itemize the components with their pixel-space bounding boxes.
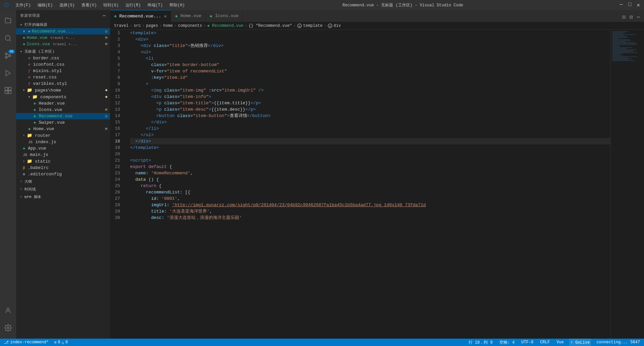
menu-view[interactable]: 查看(V)	[80, 2, 98, 9]
status-encoding[interactable]: UTF-8	[520, 339, 535, 346]
status-live-server[interactable]: ⚡ GoLive	[569, 339, 591, 346]
folder-components[interactable]: ▾ 📁 components	[16, 94, 110, 100]
outline-header[interactable]: › 大纲	[16, 178, 110, 185]
activity-source-control[interactable]: 45	[0, 48, 16, 64]
status-spaces[interactable]: 空格: 4	[498, 339, 516, 346]
activity-explorer[interactable]	[0, 13, 16, 29]
activity-account[interactable]	[0, 302, 16, 319]
toggle-panel-icon[interactable]: ⊟	[628, 12, 634, 22]
menu-help[interactable]: 帮助(H)	[168, 2, 186, 9]
code-line-12: <p class="item-title">{{item.title}}</p>	[130, 100, 610, 106]
file-babelrc[interactable]: β .babelrc	[16, 165, 110, 171]
minimap-line-18	[612, 48, 627, 49]
status-language[interactable]: Vue	[555, 339, 565, 346]
code-content[interactable]: <template> <div> <div class="title">热销推荐…	[127, 30, 610, 339]
tab-recommend-label: Recommend.vue...	[119, 14, 161, 19]
close-file-icon[interactable]: ✕	[23, 29, 25, 34]
line-number-12: 12	[110, 100, 123, 106]
menu-file[interactable]: 文件(F)	[14, 2, 32, 9]
workspace-header[interactable]: ▾ 无标题 (工作区)	[16, 48, 110, 55]
file-reset-css[interactable]: # reset.css	[16, 74, 110, 80]
more-actions-icon[interactable]: ⋯	[635, 12, 641, 22]
status-position[interactable]: 行 18，列 9	[467, 339, 494, 346]
maximize-button[interactable]: □	[628, 2, 632, 8]
menu-edit[interactable]: 编辑(E)	[36, 2, 54, 9]
open-editor-icons[interactable]: ◈ Icons.vue travel •... M	[16, 41, 110, 47]
new-file-icon[interactable]: ⋯	[103, 13, 106, 18]
breadcrumb-component[interactable]: {} "Recommend.vue"	[249, 23, 292, 28]
menu-goto[interactable]: 转到(G)	[102, 2, 120, 9]
file-name: Recommend.vue	[39, 114, 72, 119]
file-index-js[interactable]: JS index.js	[16, 139, 110, 145]
minimap-line-25	[612, 55, 623, 56]
activity-run[interactable]	[0, 65, 16, 81]
line-number-18: 18	[110, 138, 123, 145]
file-name: Icons.vue	[39, 107, 62, 112]
activity-extensions[interactable]	[0, 82, 16, 99]
file-recommend-vue[interactable]: ◈ Recommend.vue U	[16, 113, 110, 119]
line-number-2: 2	[110, 36, 123, 43]
breadcrumb-template[interactable]: template	[297, 23, 323, 28]
menu-run[interactable]: 运行(R)	[124, 2, 142, 9]
extras-label: connecting... 5647	[596, 340, 640, 345]
close-button[interactable]: ✕	[637, 2, 640, 8]
css-icon: #	[28, 56, 31, 60]
timeline-header[interactable]: › 时间线	[16, 186, 110, 193]
file-main-js[interactable]: JS main.js	[16, 152, 110, 158]
folder-name: router	[35, 133, 51, 138]
tab-home[interactable]: ◈ Home.vue	[171, 10, 206, 22]
folder-name: pages\home	[35, 88, 61, 93]
breadcrumb-components[interactable]: components	[178, 23, 202, 28]
tab-icons[interactable]: ◈ Icons.vue	[206, 10, 243, 22]
folder-router[interactable]: › 📁 router	[16, 132, 110, 139]
breadcrumb-src[interactable]: src	[133, 23, 141, 28]
file-editorconfig[interactable]: ⚙ .editorconfig	[16, 171, 110, 177]
code-line-26: recommendList: [{	[130, 189, 610, 195]
file-swiper-vue[interactable]: ◈ Swiper.vue	[16, 119, 110, 126]
folder-pages-home[interactable]: ▾ 📁 pages\home	[16, 87, 110, 94]
chevron-down-icon: ▾	[28, 95, 30, 99]
activity-settings[interactable]	[0, 320, 16, 336]
tab-recommend[interactable]: ◈ Recommend.vue... ✕	[110, 10, 171, 22]
file-iconfont-css[interactable]: # iconfont.css	[16, 61, 110, 68]
minimap-line-4	[612, 34, 635, 35]
npm-header[interactable]: › NPM 脚本	[16, 193, 110, 200]
code-editor[interactable]: 1234567891011121314151617181920212223242…	[110, 30, 644, 339]
activity-bar: 45	[0, 10, 16, 339]
breadcrumb-home[interactable]: home	[163, 23, 173, 28]
menu-bar: 文件(F) 编辑(E) 选择(S) 查看(V) 转到(G) 运行(R) 终端(T…	[14, 2, 186, 9]
open-editors-header[interactable]: ▾ 打开的编辑器	[16, 21, 110, 28]
status-extras[interactable]: connecting... 5647	[595, 339, 641, 346]
minimize-button[interactable]: ─	[620, 2, 623, 8]
branch-name: index-recommend*	[10, 340, 49, 345]
breadcrumb-pages[interactable]: pages	[146, 23, 158, 28]
status-line-ending[interactable]: CRLF	[539, 339, 551, 346]
split-editor-icon[interactable]: ⊡	[621, 12, 627, 22]
tab-close-icon[interactable]: ✕	[164, 13, 167, 19]
menu-terminal[interactable]: 终端(T)	[146, 2, 164, 9]
status-errors[interactable]: ⊘ 0 △ 0	[53, 339, 69, 346]
file-name: .editorconfig	[28, 172, 62, 177]
breadcrumb-travel[interactable]: travel	[114, 23, 128, 28]
encoding-label: UTF-8	[521, 340, 533, 345]
open-editor-home[interactable]: ◈ Home.vue travel •... M	[16, 35, 110, 41]
file-app-vue[interactable]: ◈ App.vue	[16, 145, 110, 152]
menu-selection[interactable]: 选择(S)	[58, 2, 76, 9]
line-number-13: 13	[110, 106, 123, 113]
timeline-label: 时间线	[24, 187, 36, 192]
file-mixins-styl[interactable]: ƒ mixins.styl	[16, 68, 110, 74]
file-header-vue[interactable]: ◈ Header.vue	[16, 100, 110, 107]
breadcrumb-file[interactable]: ◈ Recommend.vue	[207, 23, 244, 28]
open-editor-recommend-content: ✕ ◈ Recommend.vue... U	[23, 29, 110, 34]
file-home-vue[interactable]: ◈ Home.vue M	[16, 126, 110, 132]
svg-point-15	[328, 24, 332, 28]
file-varibles-styl[interactable]: ƒ varibles.styl	[16, 80, 110, 87]
breadcrumb-div[interactable]: div	[328, 23, 341, 28]
file-icons-vue[interactable]: ◈ Icons.vue M ←	[16, 107, 110, 113]
open-editor-recommend[interactable]: ✕ ◈ Recommend.vue... U	[16, 28, 110, 35]
svg-point-13	[7, 327, 9, 329]
folder-static[interactable]: › 📁 static	[16, 158, 110, 165]
status-branch[interactable]: ⎇ index-recommend*	[3, 339, 50, 346]
file-border-css[interactable]: # border.css	[16, 55, 110, 61]
activity-search[interactable]	[0, 30, 16, 46]
